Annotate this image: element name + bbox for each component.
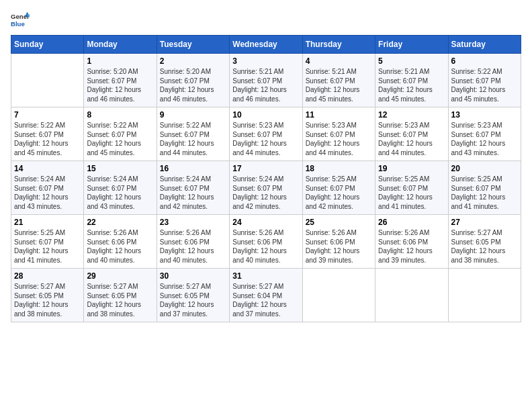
- day-number: 20: [451, 164, 518, 173]
- calendar-cell: 26Sunrise: 5:26 AMSunset: 6:06 PMDayligh…: [375, 215, 448, 269]
- day-number: 6: [451, 56, 518, 66]
- day-number: 14: [14, 164, 81, 173]
- day-info: Sunrise: 5:26 AMSunset: 6:06 PMDaylight:…: [378, 228, 445, 265]
- day-info: Sunrise: 5:27 AMSunset: 6:05 PMDaylight:…: [14, 282, 81, 318]
- calendar-cell: 18Sunrise: 5:25 AMSunset: 6:07 PMDayligh…: [302, 161, 375, 215]
- calendar-cell: 6Sunrise: 5:22 AMSunset: 6:07 PMDaylight…: [448, 54, 521, 107]
- calendar-cell: 3Sunrise: 5:21 AMSunset: 6:07 PMDaylight…: [230, 54, 302, 107]
- calendar-cell: 17Sunrise: 5:24 AMSunset: 6:07 PMDayligh…: [230, 161, 302, 215]
- calendar-week-4: 21Sunrise: 5:25 AMSunset: 6:07 PMDayligh…: [11, 215, 521, 269]
- calendar-cell: 16Sunrise: 5:24 AMSunset: 6:07 PMDayligh…: [157, 161, 229, 215]
- day-info: Sunrise: 5:24 AMSunset: 6:07 PMDaylight:…: [87, 175, 153, 211]
- calendar-cell: 2Sunrise: 5:20 AMSunset: 6:07 PMDaylight…: [157, 54, 229, 107]
- day-number: 4: [306, 56, 372, 66]
- day-number: 24: [232, 218, 299, 227]
- day-info: Sunrise: 5:23 AMSunset: 6:07 PMDaylight:…: [451, 121, 518, 157]
- day-info: Sunrise: 5:25 AMSunset: 6:07 PMDaylight:…: [14, 228, 81, 265]
- calendar-cell: 1Sunrise: 5:20 AMSunset: 6:07 PMDaylight…: [84, 54, 157, 107]
- day-number: 17: [232, 164, 299, 173]
- calendar-cell: 30Sunrise: 5:27 AMSunset: 6:05 PMDayligh…: [157, 269, 229, 322]
- day-number: 31: [232, 271, 299, 281]
- day-info: Sunrise: 5:26 AMSunset: 6:06 PMDaylight:…: [160, 228, 226, 265]
- day-number: 18: [306, 164, 372, 173]
- day-number: 12: [378, 110, 445, 120]
- calendar-cell: 5Sunrise: 5:21 AMSunset: 6:07 PMDaylight…: [375, 54, 448, 107]
- day-info: Sunrise: 5:27 AMSunset: 6:04 PMDaylight:…: [232, 282, 299, 318]
- day-info: Sunrise: 5:20 AMSunset: 6:07 PMDaylight:…: [87, 67, 153, 103]
- day-info: Sunrise: 5:25 AMSunset: 6:07 PMDaylight:…: [378, 175, 445, 211]
- day-info: Sunrise: 5:21 AMSunset: 6:07 PMDaylight:…: [378, 67, 445, 103]
- day-info: Sunrise: 5:21 AMSunset: 6:07 PMDaylight:…: [232, 67, 299, 103]
- calendar-cell: [302, 269, 375, 322]
- day-info: Sunrise: 5:26 AMSunset: 6:06 PMDaylight:…: [306, 228, 372, 265]
- calendar-cell: 15Sunrise: 5:24 AMSunset: 6:07 PMDayligh…: [84, 161, 157, 215]
- day-number: 16: [160, 164, 226, 173]
- day-number: 9: [160, 110, 226, 120]
- calendar-cell: 12Sunrise: 5:23 AMSunset: 6:07 PMDayligh…: [375, 107, 448, 161]
- day-info: Sunrise: 5:26 AMSunset: 6:06 PMDaylight:…: [87, 228, 153, 265]
- day-info: Sunrise: 5:24 AMSunset: 6:07 PMDaylight:…: [160, 175, 226, 211]
- day-info: Sunrise: 5:20 AMSunset: 6:07 PMDaylight:…: [160, 67, 226, 103]
- day-number: 5: [378, 56, 445, 66]
- weekday-header-sunday: Sunday: [11, 36, 84, 54]
- day-info: Sunrise: 5:25 AMSunset: 6:07 PMDaylight:…: [306, 175, 372, 211]
- svg-text:Blue: Blue: [11, 20, 25, 28]
- calendar-table: SundayMondayTuesdayWednesdayThursdayFrid…: [11, 35, 521, 322]
- day-number: 2: [160, 56, 226, 66]
- day-info: Sunrise: 5:22 AMSunset: 6:07 PMDaylight:…: [87, 121, 153, 157]
- calendar-week-3: 14Sunrise: 5:24 AMSunset: 6:07 PMDayligh…: [11, 161, 521, 215]
- logo-icon: General Blue: [11, 11, 30, 30]
- calendar-cell: 19Sunrise: 5:25 AMSunset: 6:07 PMDayligh…: [375, 161, 448, 215]
- calendar-cell: 29Sunrise: 5:27 AMSunset: 6:05 PMDayligh…: [84, 269, 157, 322]
- calendar-week-5: 28Sunrise: 5:27 AMSunset: 6:05 PMDayligh…: [11, 269, 521, 322]
- page-header: General Blue: [11, 11, 521, 30]
- day-number: 23: [160, 218, 226, 227]
- day-number: 15: [87, 164, 153, 173]
- weekday-header-friday: Friday: [375, 36, 448, 54]
- day-number: 29: [87, 271, 153, 281]
- calendar-cell: [448, 269, 521, 322]
- calendar-header: SundayMondayTuesdayWednesdayThursdayFrid…: [11, 36, 521, 54]
- day-number: 22: [87, 218, 153, 227]
- weekday-header-thursday: Thursday: [302, 36, 375, 54]
- calendar-week-2: 7Sunrise: 5:22 AMSunset: 6:07 PMDaylight…: [11, 107, 521, 161]
- day-info: Sunrise: 5:23 AMSunset: 6:07 PMDaylight:…: [378, 121, 445, 157]
- day-info: Sunrise: 5:22 AMSunset: 6:07 PMDaylight:…: [160, 121, 226, 157]
- calendar-body: 1Sunrise: 5:20 AMSunset: 6:07 PMDaylight…: [11, 54, 521, 322]
- calendar-week-1: 1Sunrise: 5:20 AMSunset: 6:07 PMDaylight…: [11, 54, 521, 107]
- day-number: 28: [14, 271, 81, 281]
- calendar-cell: 28Sunrise: 5:27 AMSunset: 6:05 PMDayligh…: [11, 269, 84, 322]
- day-info: Sunrise: 5:27 AMSunset: 6:05 PMDaylight:…: [87, 282, 153, 318]
- day-info: Sunrise: 5:25 AMSunset: 6:07 PMDaylight:…: [451, 175, 518, 211]
- calendar-cell: 27Sunrise: 5:27 AMSunset: 6:05 PMDayligh…: [448, 215, 521, 269]
- weekday-row: SundayMondayTuesdayWednesdayThursdayFrid…: [11, 36, 521, 54]
- day-info: Sunrise: 5:27 AMSunset: 6:05 PMDaylight:…: [451, 228, 518, 265]
- calendar-cell: 23Sunrise: 5:26 AMSunset: 6:06 PMDayligh…: [157, 215, 229, 269]
- calendar-cell: 24Sunrise: 5:26 AMSunset: 6:06 PMDayligh…: [230, 215, 302, 269]
- calendar-cell: 10Sunrise: 5:23 AMSunset: 6:07 PMDayligh…: [230, 107, 302, 161]
- calendar-cell: 9Sunrise: 5:22 AMSunset: 6:07 PMDaylight…: [157, 107, 229, 161]
- calendar-cell: 7Sunrise: 5:22 AMSunset: 6:07 PMDaylight…: [11, 107, 84, 161]
- calendar-cell: 31Sunrise: 5:27 AMSunset: 6:04 PMDayligh…: [230, 269, 302, 322]
- day-info: Sunrise: 5:24 AMSunset: 6:07 PMDaylight:…: [232, 175, 299, 211]
- weekday-header-monday: Monday: [84, 36, 157, 54]
- calendar-cell: 20Sunrise: 5:25 AMSunset: 6:07 PMDayligh…: [448, 161, 521, 215]
- day-info: Sunrise: 5:27 AMSunset: 6:05 PMDaylight:…: [160, 282, 226, 318]
- weekday-header-wednesday: Wednesday: [230, 36, 302, 54]
- day-number: 11: [306, 110, 372, 120]
- calendar-cell: [11, 54, 84, 107]
- day-info: Sunrise: 5:23 AMSunset: 6:07 PMDaylight:…: [232, 121, 299, 157]
- day-number: 26: [378, 218, 445, 227]
- day-info: Sunrise: 5:21 AMSunset: 6:07 PMDaylight:…: [306, 67, 372, 103]
- day-info: Sunrise: 5:26 AMSunset: 6:06 PMDaylight:…: [232, 228, 299, 265]
- calendar-cell: 13Sunrise: 5:23 AMSunset: 6:07 PMDayligh…: [448, 107, 521, 161]
- calendar-cell: [375, 269, 448, 322]
- logo: General Blue: [11, 11, 35, 30]
- weekday-header-saturday: Saturday: [448, 36, 521, 54]
- day-number: 25: [306, 218, 372, 227]
- calendar-cell: 25Sunrise: 5:26 AMSunset: 6:06 PMDayligh…: [302, 215, 375, 269]
- calendar-cell: 14Sunrise: 5:24 AMSunset: 6:07 PMDayligh…: [11, 161, 84, 215]
- calendar-cell: 8Sunrise: 5:22 AMSunset: 6:07 PMDaylight…: [84, 107, 157, 161]
- day-info: Sunrise: 5:24 AMSunset: 6:07 PMDaylight:…: [14, 175, 81, 211]
- day-number: 13: [451, 110, 518, 120]
